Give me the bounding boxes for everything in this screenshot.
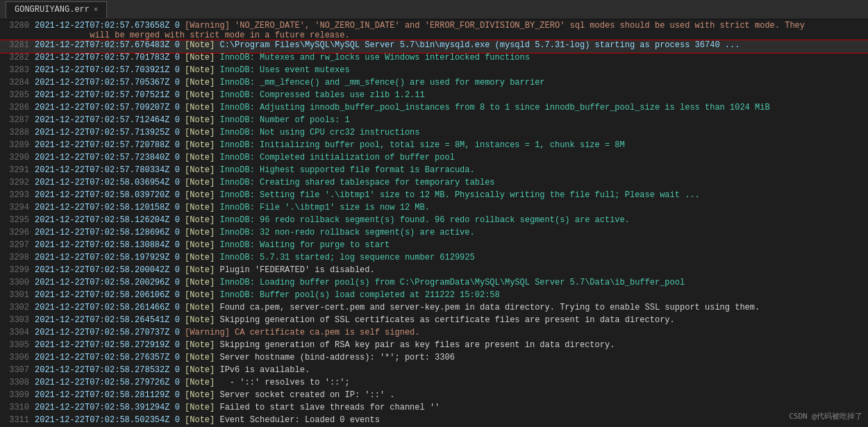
log-content: 2021-12-22T07:02:58.272919Z 0 [Note] Ski… bbox=[35, 340, 865, 350]
line-number: 3284 bbox=[3, 78, 29, 87]
tab-label: GONGRUIYANG.err bbox=[15, 5, 90, 15]
file-tab[interactable]: GONGRUIYANG.err × bbox=[6, 1, 107, 18]
line-number: 3283 bbox=[3, 65, 29, 75]
log-row: 32882021-12-22T07:02:57.713925Z 0 [Note]… bbox=[0, 128, 868, 140]
log-row: 32892021-12-22T07:02:57.720788Z 0 [Note]… bbox=[0, 140, 868, 153]
line-number: 3301 bbox=[3, 290, 29, 300]
line-number: 3297 bbox=[3, 240, 29, 250]
log-row: 33072021-12-22T07:02:58.278532Z 0 [Note]… bbox=[0, 365, 868, 378]
log-content: 2021-12-22T07:02:58.502354Z 0 [Note] Eve… bbox=[35, 415, 865, 425]
log-content: 2021-12-22T07:02:57.723840Z 0 [Note] Inn… bbox=[35, 153, 865, 162]
log-row: 32952021-12-22T07:02:58.126204Z 0 [Note]… bbox=[0, 215, 868, 228]
log-row: 32842021-12-22T07:02:57.705367Z 0 [Note]… bbox=[0, 78, 868, 90]
log-content: 2021-12-22T07:02:57.705367Z 0 [Note] Inn… bbox=[35, 78, 865, 87]
log-content: 2021-12-22T07:02:58.281129Z 0 [Note] Ser… bbox=[35, 390, 865, 400]
line-number: 3305 bbox=[3, 340, 29, 350]
log-content: 2021-12-22T07:02:57.720788Z 0 [Note] Inn… bbox=[35, 140, 865, 150]
line-number: 3281 bbox=[3, 40, 29, 50]
log-content: 2021-12-22T07:02:58.276357Z 0 [Note] Ser… bbox=[35, 353, 865, 362]
line-number: 3303 bbox=[3, 315, 29, 325]
line-number: 3308 bbox=[3, 378, 29, 387]
line-number: 3298 bbox=[3, 253, 29, 262]
line-number: 3295 bbox=[3, 215, 29, 225]
watermark-text: CSDN @代码被吃掉了 bbox=[789, 411, 862, 421]
log-content: 2021-12-22T07:02:58.126204Z 0 [Note] Inn… bbox=[35, 215, 865, 225]
log-row: 32932021-12-22T07:02:58.039720Z 0 [Note]… bbox=[0, 190, 868, 203]
log-row: 33092021-12-22T07:02:58.281129Z 0 [Note]… bbox=[0, 390, 868, 403]
log-row: 33052021-12-22T07:02:58.272919Z 0 [Note]… bbox=[0, 340, 868, 353]
log-content: 2021-12-22T07:02:58.270737Z 0 [Warning] … bbox=[35, 328, 865, 337]
log-row: 32902021-12-22T07:02:57.723840Z 0 [Note]… bbox=[0, 153, 868, 165]
log-row: 33042021-12-22T07:02:58.270737Z 0 [Warni… bbox=[0, 328, 868, 340]
log-content: 2021-12-22T07:02:58.120158Z 0 [Note] Inn… bbox=[35, 203, 865, 212]
line-number: 3307 bbox=[3, 365, 29, 375]
line-number: 3294 bbox=[3, 203, 29, 212]
line-number: 3302 bbox=[3, 303, 29, 312]
title-bar: GONGRUIYANG.err × bbox=[0, 0, 868, 19]
line-number: 3296 bbox=[3, 228, 29, 237]
line-number: 3289 bbox=[3, 140, 29, 150]
line-number: 3304 bbox=[3, 328, 29, 337]
tab-close-button[interactable]: × bbox=[94, 6, 98, 14]
log-content: 2021-12-22T07:02:57.707521Z 0 [Note] Inn… bbox=[35, 90, 865, 100]
log-content: 2021-12-22T07:02:58.391294Z 0 [Note] Fai… bbox=[35, 403, 865, 412]
log-content: 2021-12-22T07:02:58.197929Z 0 [Note] Inn… bbox=[35, 253, 865, 262]
line-number: 3299 bbox=[3, 265, 29, 275]
line-number: 3306 bbox=[3, 353, 29, 362]
line-number: 3290 bbox=[3, 153, 29, 162]
log-row: 32862021-12-22T07:02:57.709207Z 0 [Note]… bbox=[0, 103, 868, 115]
log-row: 32972021-12-22T07:02:58.130884Z 0 [Note]… bbox=[0, 240, 868, 253]
log-area[interactable]: 32802021-12-22T07:02:57.673658Z 0 [Warni… bbox=[0, 19, 868, 427]
log-row: 33032021-12-22T07:02:58.264541Z 0 [Note]… bbox=[0, 315, 868, 328]
log-content: 2021-12-22T07:02:58.039720Z 0 [Note] Inn… bbox=[35, 190, 865, 200]
log-row: 33102021-12-22T07:02:58.391294Z 0 [Note]… bbox=[0, 403, 868, 415]
log-content: 2021-12-22T07:02:57.712464Z 0 [Note] Inn… bbox=[35, 115, 865, 125]
log-row: 32982021-12-22T07:02:58.197929Z 0 [Note]… bbox=[0, 253, 868, 265]
line-number: 3293 bbox=[3, 190, 29, 200]
log-row: 32852021-12-22T07:02:57.707521Z 0 [Note]… bbox=[0, 90, 868, 103]
log-content: 2021-12-22T07:02:57.701783Z 0 [Note] Inn… bbox=[35, 53, 865, 62]
log-content: 2021-12-22T07:02:57.673658Z 0 [Warning] … bbox=[35, 21, 865, 40]
log-content: 2021-12-22T07:02:57.713925Z 0 [Note] Inn… bbox=[35, 128, 865, 137]
log-row: 32812021-12-22T07:02:57.676483Z 0 [Note]… bbox=[0, 40, 868, 53]
log-content: 2021-12-22T07:02:57.709207Z 0 [Note] Inn… bbox=[35, 103, 865, 112]
log-content: 2021-12-22T07:02:57.780334Z 0 [Note] Inn… bbox=[35, 165, 865, 175]
log-content: 2021-12-22T07:02:58.206106Z 0 [Note] Inn… bbox=[35, 290, 865, 300]
log-row: 32822021-12-22T07:02:57.701783Z 0 [Note]… bbox=[0, 53, 868, 65]
line-number: 3280 bbox=[3, 21, 29, 31]
log-row: 32832021-12-22T07:02:57.703921Z 0 [Note]… bbox=[0, 65, 868, 78]
log-content: 2021-12-22T07:02:58.128696Z 0 [Note] Inn… bbox=[35, 228, 865, 237]
log-row: 33082021-12-22T07:02:58.279726Z 0 [Note]… bbox=[0, 378, 868, 390]
log-row: 33002021-12-22T07:02:58.200296Z 0 [Note]… bbox=[0, 278, 868, 290]
log-content: 2021-12-22T07:02:58.261466Z 0 [Note] Fou… bbox=[35, 303, 865, 312]
log-content: 2021-12-22T07:02:58.036954Z 0 [Note] Inn… bbox=[35, 178, 865, 187]
log-content: 2021-12-22T07:02:58.278532Z 0 [Note] IPv… bbox=[35, 365, 865, 375]
line-number: 3282 bbox=[3, 53, 29, 62]
line-number: 3285 bbox=[3, 90, 29, 100]
log-content: 2021-12-22T07:02:57.676483Z 0 [Note] C:\… bbox=[35, 40, 865, 50]
log-content: 2021-12-22T07:02:58.264541Z 0 [Note] Ski… bbox=[35, 315, 865, 325]
line-number: 3287 bbox=[3, 115, 29, 125]
log-content: 2021-12-22T07:02:58.279726Z 0 [Note] - '… bbox=[35, 378, 865, 387]
line-number: 3292 bbox=[3, 178, 29, 187]
log-row: 32802021-12-22T07:02:57.673658Z 0 [Warni… bbox=[0, 21, 868, 40]
log-row: 33062021-12-22T07:02:58.276357Z 0 [Note]… bbox=[0, 353, 868, 365]
log-content: 2021-12-22T07:02:58.200296Z 0 [Note] Inn… bbox=[35, 278, 865, 287]
line-number: 3310 bbox=[3, 403, 29, 412]
log-row: 32872021-12-22T07:02:57.712464Z 0 [Note]… bbox=[0, 115, 868, 128]
line-number: 3286 bbox=[3, 103, 29, 112]
log-content: 2021-12-22T07:02:58.200042Z 0 [Note] Plu… bbox=[35, 265, 865, 275]
log-row: 33112021-12-22T07:02:58.502354Z 0 [Note]… bbox=[0, 415, 868, 427]
log-row: 32962021-12-22T07:02:58.128696Z 0 [Note]… bbox=[0, 228, 868, 240]
line-number: 3309 bbox=[3, 390, 29, 400]
log-row: 32912021-12-22T07:02:57.780334Z 0 [Note]… bbox=[0, 165, 868, 178]
line-number: 3311 bbox=[3, 415, 29, 425]
log-row: 32942021-12-22T07:02:58.120158Z 0 [Note]… bbox=[0, 203, 868, 215]
log-row: 32992021-12-22T07:02:58.200042Z 0 [Note]… bbox=[0, 265, 868, 278]
log-content: 2021-12-22T07:02:57.703921Z 0 [Note] Inn… bbox=[35, 65, 865, 75]
line-number: 3288 bbox=[3, 128, 29, 137]
log-row: 33022021-12-22T07:02:58.261466Z 0 [Note]… bbox=[0, 303, 868, 315]
line-number: 3291 bbox=[3, 165, 29, 175]
line-number: 3300 bbox=[3, 278, 29, 287]
log-content: 2021-12-22T07:02:58.130884Z 0 [Note] Inn… bbox=[35, 240, 865, 250]
